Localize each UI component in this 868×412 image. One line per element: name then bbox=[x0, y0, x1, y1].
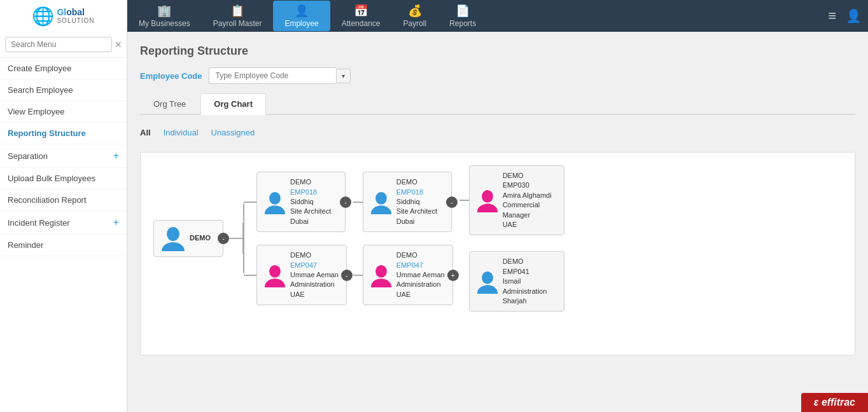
sidebar-item-reminder[interactable]: Reminder bbox=[0, 235, 127, 256]
search-menu-input[interactable] bbox=[5, 37, 112, 52]
sub-tab-individual[interactable]: Individual bbox=[164, 128, 199, 139]
nav-item-payroll[interactable]: 💰 Payroll bbox=[391, 1, 438, 31]
org-node-level3-emp041: DEMO EMP041 Ismail Administration Sharja… bbox=[469, 251, 564, 312]
sidebar-item-incident-register[interactable]: Incident Register + bbox=[0, 211, 127, 235]
emp018-l2-collapse-btn[interactable]: - bbox=[446, 196, 458, 208]
emp018-l1-collapse-btn[interactable]: - bbox=[340, 196, 351, 208]
emp041-company: DEMO bbox=[503, 257, 547, 266]
emp047-l1-collapse-btn[interactable]: - bbox=[341, 270, 353, 281]
emp047-l1-avatar bbox=[265, 263, 285, 287]
reports-icon: 📄 bbox=[456, 4, 470, 18]
sidebar-item-label: Search Employee bbox=[8, 85, 73, 95]
org-node-level2-emp018: - DEMO EMP018 Siddhiq Site Architect Dub… bbox=[363, 172, 452, 232]
emp018-l1-code: EMP018 bbox=[290, 188, 331, 197]
sidebar-item-label: Reconciliation Report bbox=[8, 195, 87, 205]
nav-items: 🏢 My Businesses 📋 Payroll Master 👤 Emplo… bbox=[127, 1, 828, 31]
employee-code-input[interactable] bbox=[209, 67, 336, 84]
sidebar-item-label: Separation bbox=[8, 151, 48, 161]
level1-col: - DEMO EMP018 Siddhiq Site Architect Dub… bbox=[244, 172, 347, 305]
sidebar-item-search-employee[interactable]: Search Employee bbox=[0, 79, 127, 101]
tabs: Org Tree Org Chart bbox=[140, 93, 855, 115]
menu-icon[interactable]: ≡ bbox=[828, 8, 836, 24]
emp047-l2-code: EMP047 bbox=[396, 261, 445, 270]
sidebar: ✕ Create Employee Search Employee View E… bbox=[0, 32, 127, 412]
sidebar-item-reconciliation-report[interactable]: Reconciliation Report bbox=[0, 189, 127, 211]
emp030-avatar bbox=[477, 188, 498, 212]
root-collapse-btn[interactable]: - bbox=[218, 233, 229, 244]
sidebar-item-label: Reporting Structure bbox=[8, 128, 86, 138]
nav-item-attendance[interactable]: 📅 Attendance bbox=[330, 1, 392, 31]
employee-code-input-wrapper: ▾ bbox=[209, 67, 351, 84]
sidebar-item-label: Create Employee bbox=[8, 64, 71, 73]
emp018-l2-role: Site Architect bbox=[396, 207, 437, 216]
level1-row-emp047: - DEMO EMP047 Ummae Aeman Administration bbox=[244, 245, 347, 305]
incident-plus-icon[interactable]: + bbox=[113, 217, 119, 228]
main-content: Reporting Structure Employee Code ▾ Org … bbox=[127, 32, 868, 412]
sidebar-item-separation[interactable]: Separation + bbox=[0, 144, 127, 168]
emp047-l1-code: EMP047 bbox=[290, 261, 339, 270]
nav-item-label: Attendance bbox=[342, 19, 381, 28]
org-node-level1-emp047: - DEMO EMP047 Ummae Aeman Administration bbox=[256, 245, 347, 305]
tab-org-tree[interactable]: Org Tree bbox=[140, 93, 199, 114]
payroll-master-icon: 📋 bbox=[230, 4, 244, 18]
org-chart-layout: - DEMO bbox=[153, 165, 842, 312]
user-icon[interactable]: 👤 bbox=[846, 8, 862, 24]
emp018-l2-name: Siddhiq bbox=[396, 197, 437, 207]
payroll-icon: 💰 bbox=[408, 4, 422, 18]
logo-globe-icon: 🌐 bbox=[32, 6, 54, 27]
svg-point-4 bbox=[269, 265, 281, 278]
sidebar-item-create-employee[interactable]: Create Employee bbox=[0, 58, 127, 79]
emp047-l2-name: Ummae Aeman bbox=[396, 270, 445, 280]
emp018-l1-avatar bbox=[265, 190, 285, 214]
svg-point-0 bbox=[167, 227, 179, 241]
svg-point-5 bbox=[265, 278, 285, 287]
sub-tab-all[interactable]: All bbox=[140, 128, 151, 139]
nav-item-my-businesses[interactable]: 🏢 My Businesses bbox=[127, 1, 202, 31]
sidebar-item-upload-bulk-employees[interactable]: Upload Bulk Employees bbox=[0, 168, 127, 189]
top-nav: 🏢 My Businesses 📋 Payroll Master 👤 Emplo… bbox=[0, 0, 868, 32]
org-node-level3-emp030: DEMO EMP030 Amira Alghamdi Commercial Ma… bbox=[469, 165, 564, 235]
emp030-company: DEMO bbox=[503, 171, 552, 181]
attendance-icon: 📅 bbox=[354, 4, 368, 18]
emp047-l2-collapse-btn[interactable]: + bbox=[447, 270, 459, 281]
svg-point-1 bbox=[162, 242, 185, 251]
emp047-l1-company: DEMO bbox=[290, 251, 339, 260]
sidebar-search-box: ✕ bbox=[0, 32, 127, 58]
emp041-location: Sharjah bbox=[503, 296, 547, 306]
filter-row: Employee Code ▾ bbox=[140, 67, 855, 84]
employee-code-dropdown-btn[interactable]: ▾ bbox=[336, 69, 351, 83]
sidebar-item-reporting-structure[interactable]: Reporting Structure bbox=[0, 123, 127, 144]
emp030-code: EMP030 bbox=[503, 181, 552, 190]
svg-point-2 bbox=[269, 192, 281, 205]
org-chart-area: - DEMO bbox=[140, 152, 855, 355]
emp041-avatar bbox=[477, 270, 498, 294]
svg-point-3 bbox=[265, 205, 285, 214]
emp030-location: UAE bbox=[503, 220, 552, 230]
logo-area: 🌐 Global SOLUTION bbox=[0, 0, 127, 32]
emp018-l1-location: Dubai bbox=[290, 217, 331, 226]
sidebar-item-view-employee[interactable]: View Employee bbox=[0, 101, 127, 123]
employee-code-label: Employee Code bbox=[140, 71, 202, 81]
emp018-l2-company: DEMO bbox=[396, 177, 437, 187]
nav-item-label: Reports bbox=[449, 19, 476, 28]
sub-tab-unassigned[interactable]: Unassigned bbox=[211, 128, 255, 139]
nav-item-payroll-master[interactable]: 📋 Payroll Master bbox=[202, 1, 274, 31]
nav-item-label: Employee bbox=[284, 19, 318, 28]
nav-right: ≡ 👤 bbox=[828, 8, 862, 24]
svg-point-11 bbox=[477, 204, 498, 213]
tab-org-chart[interactable]: Org Chart bbox=[200, 93, 266, 115]
footer-brand: ε effitrac bbox=[801, 393, 868, 412]
nav-item-label: Payroll Master bbox=[213, 19, 262, 28]
level3-row-emp030: DEMO EMP030 Amira Alghamdi Commercial Ma… bbox=[459, 165, 564, 235]
emp047-l1-name: Ummae Aeman bbox=[290, 270, 339, 280]
search-clear-icon[interactable]: ✕ bbox=[115, 39, 122, 50]
nav-item-reports[interactable]: 📄 Reports bbox=[438, 1, 487, 31]
nav-item-label: Payroll bbox=[403, 19, 426, 28]
level3-row-emp041: DEMO EMP041 Ismail Administration Sharja… bbox=[459, 248, 564, 312]
emp018-l1-name: Siddhiq bbox=[290, 197, 331, 207]
root-company: DEMO bbox=[190, 233, 211, 243]
nav-item-employee[interactable]: 👤 Employee bbox=[273, 1, 330, 31]
emp047-l2-avatar bbox=[371, 263, 391, 287]
emp030-role2: Manager bbox=[503, 210, 552, 220]
separation-plus-icon[interactable]: + bbox=[113, 150, 119, 161]
